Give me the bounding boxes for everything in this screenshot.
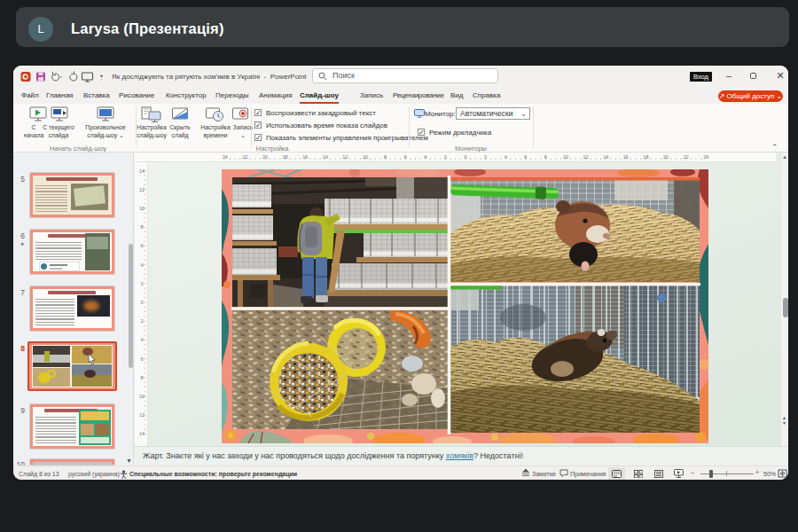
svg-text:16: 16 (302, 154, 308, 160)
svg-text:10: 10 (563, 154, 568, 160)
svg-text:4: 4 (140, 262, 143, 268)
svg-text:2: 2 (444, 154, 447, 160)
svg-text:8: 8 (140, 224, 143, 230)
svg-text:20: 20 (262, 154, 268, 160)
svg-text:22: 22 (684, 154, 689, 160)
svg-text:20: 20 (663, 154, 669, 160)
svg-text:10: 10 (363, 154, 368, 160)
svg-text:4: 4 (505, 154, 507, 160)
svg-text:12: 12 (139, 412, 145, 418)
svg-text:22: 22 (242, 154, 247, 160)
svg-text:18: 18 (283, 154, 288, 160)
svg-text:2: 2 (484, 154, 487, 160)
svg-text:8: 8 (384, 154, 387, 160)
svg-text:4: 4 (424, 154, 426, 160)
svg-text:10: 10 (139, 206, 145, 211)
svg-text:14: 14 (139, 168, 145, 174)
svg-text:24: 24 (703, 154, 708, 160)
svg-text:4: 4 (140, 337, 143, 342)
svg-text:12: 12 (583, 154, 589, 160)
svg-text:0: 0 (464, 154, 466, 160)
svg-text:6: 6 (140, 243, 143, 248)
svg-text:2: 2 (140, 281, 143, 286)
svg-text:8: 8 (140, 375, 143, 380)
svg-text:16: 16 (623, 154, 629, 160)
svg-text:14: 14 (603, 154, 608, 160)
svg-text:8: 8 (544, 154, 547, 160)
svg-text:2: 2 (140, 318, 143, 324)
svg-text:0: 0 (140, 300, 143, 305)
svg-text:10: 10 (139, 394, 145, 399)
svg-text:18: 18 (643, 154, 648, 160)
svg-text:6: 6 (404, 154, 407, 160)
svg-text:12: 12 (342, 154, 348, 160)
svg-text:14: 14 (323, 154, 328, 160)
svg-text:6: 6 (524, 154, 527, 160)
svg-text:6: 6 (140, 356, 143, 362)
svg-text:24: 24 (223, 154, 228, 160)
svg-text:12: 12 (139, 187, 145, 192)
svg-text:14: 14 (139, 431, 145, 436)
